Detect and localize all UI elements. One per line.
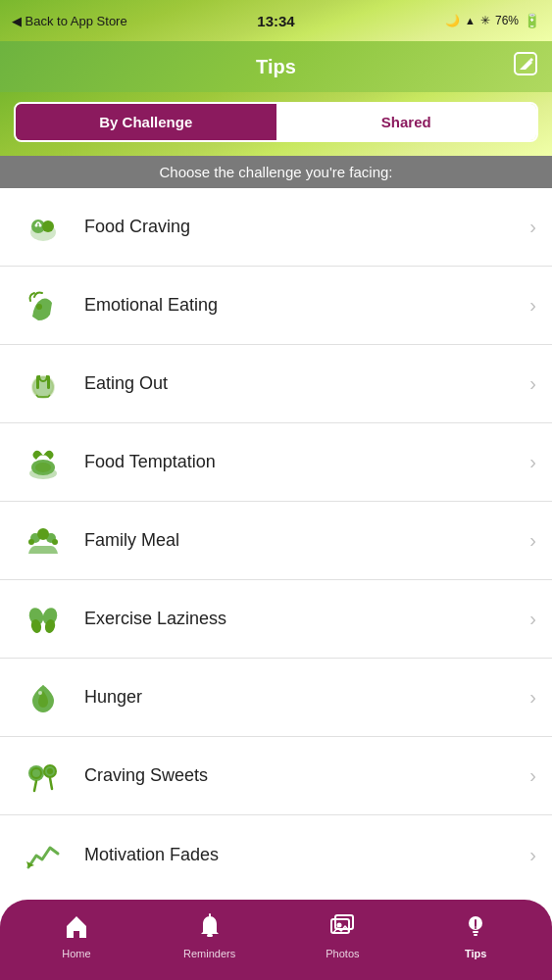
list-item-label: Food Temptation	[84, 452, 522, 472]
chevron-icon: ›	[529, 608, 536, 630]
tab-tips-label: Tips	[465, 948, 486, 959]
list-item[interactable]: Family Meal ›	[0, 502, 552, 580]
chevron-icon: ›	[529, 529, 536, 552]
segment-inner: By Challenge Shared	[14, 102, 538, 142]
list-item-label: Emotional Eating	[84, 295, 522, 316]
status-time: 13:34	[257, 13, 294, 29]
challenge-list: Food Craving › Emotional Eating ›	[0, 188, 552, 894]
bluetooth-icon: ✳	[480, 14, 490, 27]
list-item[interactable]: Eating Out ›	[0, 345, 552, 423]
list-item[interactable]: Motivation Fades ›	[0, 815, 552, 894]
list-item-label: Motivation Fades	[84, 845, 522, 865]
home-icon	[63, 912, 90, 944]
chevron-icon: ›	[529, 844, 536, 866]
list-item-label: Food Craving	[84, 217, 522, 237]
segment-by-challenge[interactable]: By Challenge	[16, 104, 276, 140]
tips-icon	[462, 912, 489, 944]
svg-point-35	[337, 923, 342, 928]
status-bar: ◀ Back to App Store 13:34 🌙 ▲ ✳ 76% 🔋	[0, 0, 552, 41]
motivation-fades-icon	[16, 827, 71, 882]
hunger-icon	[16, 670, 71, 725]
segment-shared[interactable]: Shared	[276, 104, 537, 140]
chevron-icon: ›	[529, 294, 536, 317]
tab-bar: Home Reminders Photos	[0, 900, 552, 980]
svg-rect-38	[474, 934, 477, 936]
header-title: Tips	[256, 56, 296, 78]
list-item[interactable]: Food Temptation ›	[0, 423, 552, 502]
list-item[interactable]: Exercise Laziness ›	[0, 580, 552, 659]
section-header: Choose the challenge you're facing:	[0, 156, 552, 188]
list-item-label: Hunger	[84, 687, 522, 708]
svg-point-4	[35, 223, 38, 226]
battery-icon: 🔋	[524, 13, 540, 28]
back-button[interactable]: ◀ Back to App Store	[12, 14, 127, 28]
list-item[interactable]: Food Craving ›	[0, 188, 552, 267]
segment-control: By Challenge Shared	[0, 92, 552, 156]
food-temptation-icon	[16, 435, 71, 490]
family-meal-icon	[16, 514, 71, 568]
status-right-icons: 🌙 ▲ ✳ 76% 🔋	[445, 13, 540, 28]
battery-percent: 76%	[495, 14, 519, 27]
tab-photos[interactable]: Photos	[308, 912, 376, 959]
emotional-eating-icon	[16, 278, 71, 333]
svg-rect-37	[473, 931, 478, 933]
back-label: ◀ Back to App Store	[12, 14, 127, 28]
list-item[interactable]: Emotional Eating ›	[0, 267, 552, 345]
svg-point-13	[35, 463, 51, 472]
section-header-text: Choose the challenge you're facing:	[159, 164, 392, 180]
location-icon: ▲	[465, 15, 476, 26]
svg-line-26	[34, 781, 36, 791]
tab-photos-label: Photos	[326, 948, 359, 959]
exercise-laziness-icon	[16, 592, 71, 647]
tab-tips[interactable]: Tips	[441, 912, 510, 959]
chevron-icon: ›	[529, 686, 536, 709]
edit-button[interactable]	[513, 51, 538, 82]
tab-home-label: Home	[62, 948, 90, 959]
svg-point-18	[52, 539, 58, 545]
header: Tips	[0, 41, 552, 92]
svg-point-3	[42, 220, 54, 232]
svg-line-29	[50, 778, 52, 789]
svg-point-5	[39, 223, 42, 226]
svg-point-40	[475, 927, 477, 929]
eating-out-icon	[16, 357, 71, 412]
chevron-icon: ›	[529, 372, 536, 395]
bell-icon	[196, 912, 224, 944]
chevron-icon: ›	[529, 216, 536, 238]
list-item-label: Eating Out	[84, 373, 522, 394]
svg-point-6	[36, 304, 42, 310]
moon-icon: 🌙	[445, 14, 460, 27]
svg-point-23	[38, 691, 42, 695]
craving-sweets-icon	[16, 749, 71, 804]
list-item[interactable]: Hunger ›	[0, 659, 552, 737]
list-item[interactable]: Craving Sweets ›	[0, 737, 552, 815]
svg-point-17	[28, 539, 34, 545]
chevron-icon: ›	[529, 764, 536, 787]
food-craving-icon	[16, 200, 71, 255]
tab-reminders-label: Reminders	[183, 948, 235, 959]
chevron-icon: ›	[529, 451, 536, 473]
photos-icon	[328, 912, 356, 944]
list-item-label: Exercise Laziness	[84, 609, 522, 629]
svg-point-16	[37, 528, 49, 540]
tab-home[interactable]: Home	[42, 912, 111, 959]
tab-reminders[interactable]: Reminders	[176, 912, 244, 959]
svg-rect-31	[207, 934, 213, 937]
list-item-label: Craving Sweets	[84, 765, 522, 786]
list-item-label: Family Meal	[84, 530, 522, 551]
